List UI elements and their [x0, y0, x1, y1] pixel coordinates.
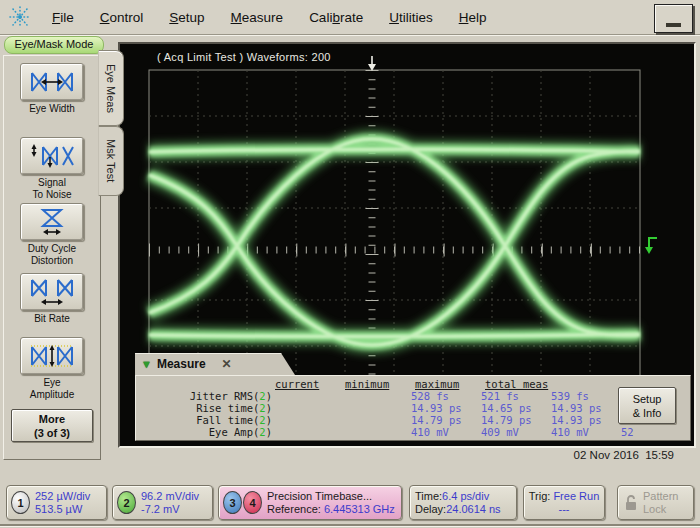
measure-row-jitter: Jitter RMS(2) 528 fs521 fs 539 fs52 — [136, 390, 700, 402]
tab-eye-meas[interactable]: Eye Meas — [98, 50, 124, 126]
eye-width-label: Eye Width — [4, 103, 100, 115]
menu-measure[interactable]: Measure — [231, 10, 284, 25]
eye-width-icon — [29, 69, 75, 95]
eye-amplitude-button[interactable] — [20, 337, 84, 375]
menu-bar: File Control Setup Measure Calibrate Uti… — [0, 0, 700, 35]
measure-row-fall: Fall time(2) 14.79 ps14.79 ps 14.93 ps52 — [136, 414, 700, 426]
minimize-icon — [666, 23, 681, 27]
measure-tab-label: Measure — [157, 357, 206, 371]
signal-to-noise-icon — [29, 143, 75, 169]
datetime-display: 02 Nov 2016 15:59 — [574, 449, 674, 461]
scope-display: ( Acq Limit Test ) Waveforms: 200 ▼ Meas… — [118, 42, 696, 448]
menu-file[interactable]: File — [52, 10, 74, 25]
signal-to-noise-label: SignalTo Noise — [4, 177, 100, 200]
channel3-badge: 3 — [223, 491, 242, 514]
tab-msk-test[interactable]: Msk Test — [98, 126, 124, 196]
time-panel[interactable]: Time:6.4 ps/div Delay:24.0614 ns — [409, 485, 517, 520]
channel1-panel[interactable]: 1 252 µW/div513.5 µW — [6, 485, 107, 520]
channel4-badge: 4 — [243, 491, 262, 514]
duty-cycle-label: Duty CycleDistortion — [4, 243, 100, 266]
trigger-panel[interactable]: Trig: Free Run --- — [523, 485, 605, 520]
menu-calibrate[interactable]: Calibrate — [309, 10, 363, 25]
measure-tab[interactable]: ▼ Measure ✕ — [135, 353, 295, 375]
measurement-sidebar: Eye Width SignalTo Noise — [3, 55, 101, 460]
signal-to-noise-button[interactable] — [20, 137, 84, 175]
menu-help[interactable]: Help — [459, 10, 487, 25]
duty-cycle-distortion-icon — [29, 208, 75, 236]
tab-msk-test-label: Msk Test — [105, 139, 117, 182]
close-icon[interactable]: ✕ — [222, 357, 232, 371]
application-window: File Control Setup Measure Calibrate Uti… — [0, 0, 700, 528]
eye-amplitude-icon — [29, 343, 75, 369]
signal-to-noise-block: SignalTo Noise — [4, 137, 100, 200]
channel2-badge: 2 — [117, 491, 136, 514]
channel1-badge: 1 — [11, 491, 30, 514]
tab-eye-meas-label: Eye Meas — [105, 64, 117, 113]
lock-icon — [624, 495, 638, 511]
window-bottom-groove — [0, 524, 700, 526]
agilent-spark-icon — [7, 5, 33, 29]
eye-amplitude-label: EyeAmplitude — [4, 377, 100, 400]
eye-width-button[interactable] — [20, 63, 84, 101]
setup-info-button[interactable]: Setup& Info — [618, 387, 676, 424]
menu-setup[interactable]: Setup — [169, 10, 204, 25]
acquisition-status: ( Acq Limit Test ) Waveforms: 200 — [157, 51, 331, 63]
mode-label: Eye/Mask Mode — [4, 36, 104, 54]
trigger-level-marker[interactable] — [645, 238, 657, 254]
duty-cycle-button[interactable] — [20, 203, 84, 241]
measure-header-row: currentminimum maximumtotal meas — [136, 378, 565, 390]
measure-row-rise: Rise time(2) 14.93 ps14.65 ps 14.93 ps52 — [136, 402, 700, 414]
eye-amplitude-block: EyeAmplitude — [4, 337, 100, 400]
bit-rate-label: Bit Rate — [4, 313, 100, 325]
channel2-panel[interactable]: 2 96.2 mV/div-7.2 mV — [112, 485, 213, 520]
measure-results-panel: currentminimum maximumtotal meas Jitter … — [135, 375, 691, 441]
pattern-lock-button[interactable]: PatternLock — [617, 485, 694, 520]
collapse-triangle-icon[interactable]: ▼ — [141, 358, 152, 370]
bit-rate-button[interactable] — [20, 273, 84, 311]
menu-utilities[interactable]: Utilities — [389, 10, 433, 25]
duty-cycle-block: Duty CycleDistortion — [4, 203, 100, 266]
timebase-panel[interactable]: 3 4 Precision Timebase... Reference: 6.4… — [218, 485, 402, 520]
more-button[interactable]: More(3 of 3) — [11, 409, 93, 442]
bit-rate-icon — [29, 278, 75, 306]
measure-row-eyeamp: Eye Amp(2) 410 mV409 mV 410 mV52 — [136, 426, 700, 438]
eye-width-block: Eye Width — [4, 63, 100, 115]
minimize-button[interactable] — [654, 4, 693, 33]
trigger-position-marker[interactable] — [368, 56, 376, 71]
menu-control[interactable]: Control — [100, 10, 144, 25]
bit-rate-block: Bit Rate — [4, 273, 100, 325]
